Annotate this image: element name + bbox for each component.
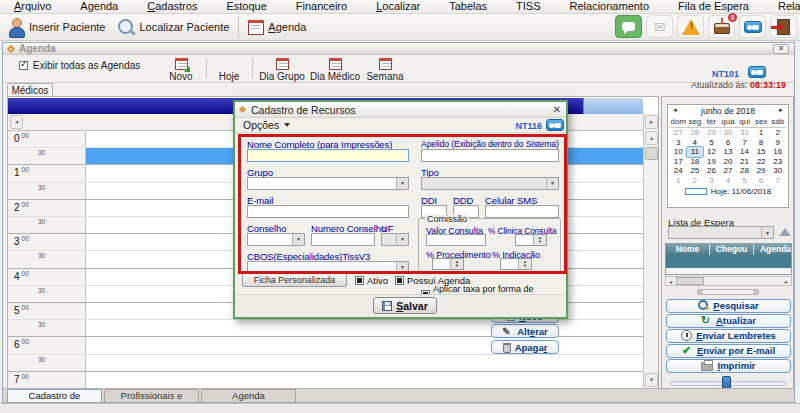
calendar-day[interactable]: 4 [687, 138, 704, 148]
calendar-day[interactable]: 9 [769, 138, 786, 148]
close-icon[interactable]: ✕ [773, 44, 789, 54]
calendar-day[interactable]: 7 [736, 138, 753, 148]
scroll-left-icon[interactable]: ◄ [668, 278, 673, 286]
calendar-day[interactable]: 14 [736, 147, 753, 157]
celular-sms-input[interactable] [485, 205, 559, 218]
messenger-icon[interactable] [748, 66, 766, 78]
menu-opcoes[interactable]: Opções [243, 119, 279, 131]
scroll-right-icon[interactable]: ► [645, 115, 658, 129]
menu-relacionamento[interactable]: Relacionamento [560, 0, 660, 13]
agenda-slot[interactable] [86, 355, 643, 371]
calendar-day[interactable]: 22 [753, 157, 770, 167]
calendar-day[interactable]: 21 [736, 157, 753, 167]
tab-medicos[interactable]: Médicos [7, 83, 53, 97]
calendar-day[interactable]: 15 [753, 147, 770, 157]
calendar-day[interactable]: 2 [769, 128, 786, 138]
calendar-next-icon[interactable]: ► [778, 107, 784, 113]
mini-slider[interactable] [697, 289, 759, 295]
spinner-arrows-icon[interactable] [450, 259, 463, 269]
calendar-day[interactable]: 20 [720, 157, 737, 167]
menu-financeiro[interactable]: Financeiro [286, 0, 357, 13]
birthday-cake-icon[interactable]: 9 [708, 15, 735, 38]
grupo-select[interactable]: ▼ [247, 177, 409, 190]
enviar-por-email-button[interactable]: Enviar por E-mail [666, 344, 791, 358]
imprimir-button[interactable]: Imprimir [666, 359, 791, 373]
dia-medico-button[interactable]: Dia Médico [309, 57, 361, 82]
calendar-day[interactable]: 18 [687, 157, 704, 167]
enviar-lembretes-button[interactable]: Enviar Lembretes [666, 329, 791, 343]
calendar-day[interactable]: 29 [753, 166, 770, 176]
uf-select[interactable]: ▼ [381, 233, 409, 246]
spinner-arrows-icon[interactable] [518, 259, 531, 269]
email-input[interactable] [247, 205, 409, 218]
scroll-down-icon[interactable]: ▼ [645, 373, 658, 387]
ativo-checkbox[interactable] [355, 276, 364, 285]
calendar-day[interactable]: 29 [703, 128, 720, 138]
novo-agenda-button[interactable]: Novo [161, 57, 201, 82]
calendar-prev-icon[interactable]: ◄ [672, 107, 678, 113]
menu-cadastros[interactable]: Cadastros [137, 0, 207, 13]
semana-button[interactable]: Semana [363, 57, 407, 82]
bottom-tab[interactable]: Cadastro de Recursos [7, 389, 102, 402]
menu-agenda[interactable]: Agenda [70, 0, 128, 13]
vertical-scrollbar[interactable]: ► ▲ ▼ [643, 114, 659, 388]
calendar-day[interactable]: 3 [703, 176, 720, 186]
hoje-button[interactable]: Hoje [211, 57, 247, 82]
insert-patient-button[interactable]: Inserir Paciente [2, 15, 110, 39]
locate-patient-button[interactable]: Localizar Paciente [110, 15, 234, 39]
conselho-select[interactable]: ▼ [247, 233, 305, 246]
agenda-slot[interactable] [86, 337, 643, 353]
menu-relatorios[interactable]: Relatórios [768, 0, 800, 13]
numero-conselho-input[interactable] [311, 233, 375, 246]
close-icon[interactable]: ✕ [553, 104, 561, 116]
calendar-day[interactable]: 5 [736, 176, 753, 186]
calendar-day[interactable]: 17 [670, 157, 687, 167]
calendar-day[interactable]: 8 [753, 138, 770, 148]
warning-icon[interactable]: ! [677, 15, 704, 38]
ficha-personalizada-button[interactable]: Ficha Personalizada [242, 273, 347, 287]
bottom-tab[interactable]: Profissionais e Recursos [104, 389, 199, 402]
menu-localizar[interactable]: Localizar [366, 0, 430, 13]
calendar-day[interactable]: 1 [670, 176, 687, 186]
agenda-button[interactable]: Agenda [243, 15, 311, 39]
calendar-day[interactable]: 10 [670, 147, 687, 157]
calendar-day[interactable]: 1 [753, 128, 770, 138]
calendar-day[interactable]: 13 [720, 147, 737, 157]
apelido-input[interactable] [421, 149, 559, 162]
scrollbar-thumb[interactable] [676, 277, 704, 285]
calendar-day[interactable]: 28 [687, 128, 704, 138]
alterar-button[interactable]: Alterar [491, 324, 559, 338]
possui-agenda-checkbox[interactable] [395, 276, 404, 285]
valor-consulta-input[interactable] [426, 234, 486, 246]
scroll-right-icon[interactable]: ► [784, 278, 789, 286]
scrollbar-thumb[interactable] [645, 147, 658, 160]
menu-fila-de-espera[interactable]: Fila de Espera [668, 0, 759, 13]
indicacao-spinner[interactable] [500, 258, 532, 270]
calendar-day[interactable]: 5 [703, 138, 720, 148]
envelope-icon[interactable]: ✉ [646, 15, 673, 38]
calendar-day[interactable]: 27 [670, 128, 687, 138]
menu-estoque[interactable]: Estoque [216, 0, 276, 13]
today-label[interactable]: Hoje: 11/06/2018 [711, 187, 771, 196]
calendar-day[interactable]: 26 [703, 166, 720, 176]
calendar-day[interactable]: 16 [769, 147, 786, 157]
chat-bubble-icon[interactable] [615, 15, 642, 38]
calendar-day[interactable]: 25 [687, 166, 704, 176]
scroll-left-icon[interactable]: ◄ [10, 115, 23, 129]
menu-arquivo[interactable]: Arquivo [4, 0, 61, 13]
scroll-up-icon[interactable]: ▲ [645, 131, 658, 145]
calendar-day[interactable]: 2 [687, 176, 704, 186]
waitlist-hscrollbar[interactable]: ◄ ► [665, 276, 792, 286]
calendar-day[interactable]: 6 [753, 176, 770, 186]
salvar-button[interactable]: Salvar [373, 297, 437, 314]
calendar-day[interactable]: 30 [769, 166, 786, 176]
calendar-day[interactable]: 11 [687, 147, 704, 157]
messenger-icon[interactable] [739, 15, 766, 38]
dia-grupo-button[interactable]: Dia Grupo [258, 57, 306, 82]
calendar-day[interactable]: 3 [670, 138, 687, 148]
pesquisar-button[interactable]: Pesquisar [666, 299, 791, 313]
calendar-day[interactable]: 28 [736, 166, 753, 176]
clinica-consulta-spinner[interactable] [515, 234, 547, 246]
menu-tabelas[interactable]: Tabelas [439, 0, 497, 13]
apagar-button[interactable]: Apagar [491, 340, 559, 354]
